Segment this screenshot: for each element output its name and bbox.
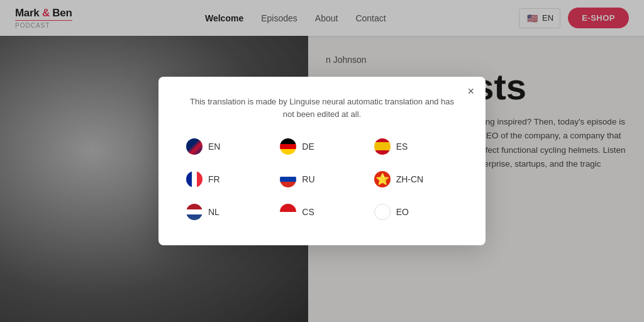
lang-code-ru: RU (302, 174, 314, 184)
lang-option-nl[interactable]: NL (181, 201, 275, 223)
flag-icon-es (374, 138, 391, 155)
lang-option-zh-cn[interactable]: ⭐ZH-CN (369, 169, 463, 190)
lang-option-fr[interactable]: FR (181, 169, 275, 190)
lang-option-ru[interactable]: RU (275, 169, 369, 190)
lang-option-de[interactable]: DE (275, 136, 369, 157)
flag-icon-nl (186, 204, 203, 220)
flag-icon-en (186, 138, 203, 155)
lang-code-fr: FR (208, 174, 220, 184)
modal-close-button[interactable]: × (467, 86, 474, 97)
lang-code-de: DE (302, 142, 314, 152)
language-modal: × This translation is made by Linguise n… (158, 77, 486, 245)
lang-option-eo[interactable]: EO (369, 201, 463, 223)
modal-overlay[interactable]: × This translation is made by Linguise n… (0, 0, 644, 322)
flag-icon-de (280, 138, 296, 155)
lang-option-es[interactable]: ES (369, 136, 463, 157)
lang-code-zh-cn: ZH-CN (396, 174, 424, 184)
lang-code-en: EN (208, 142, 220, 152)
flag-icon-cs (280, 204, 296, 220)
flag-icon-fr (186, 171, 203, 187)
language-grid: ENDEESFRRU⭐ZH-CNNLCSEO (181, 136, 463, 223)
flag-icon-zh-cn: ⭐ (374, 171, 391, 187)
modal-notice-text: This translation is made by Linguise neu… (181, 96, 463, 121)
lang-code-nl: NL (208, 207, 219, 217)
lang-code-cs: CS (302, 207, 314, 217)
lang-code-eo: EO (396, 207, 409, 217)
flag-icon-ru (280, 171, 296, 187)
flag-icon-eo (374, 204, 391, 220)
lang-option-en[interactable]: EN (181, 136, 275, 157)
lang-code-es: ES (396, 142, 408, 152)
lang-option-cs[interactable]: CS (275, 201, 369, 223)
